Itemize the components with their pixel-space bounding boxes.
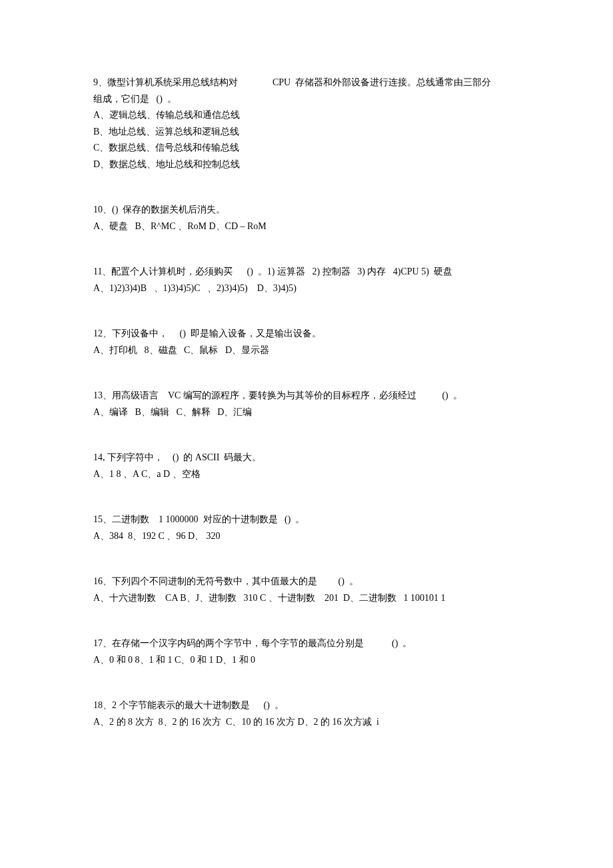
- option-b: B、地址总线、运算总线和逻辑总线: [93, 124, 520, 141]
- stem-part-b: CPU 存储器和外部设备进行连接。总线通常由三部分: [273, 77, 491, 87]
- options-line: A、384 8、192 C 、96 D、 320: [93, 528, 520, 545]
- question-stem-line-2: 组成，它们是 () 。: [93, 91, 520, 108]
- question-stem: 14, 下列字符中， () 的 ASCII 码最大。: [93, 450, 520, 466]
- options-line: A、0 和 0 8、1 和 1 C、0 和 1 D、1 和 0: [93, 652, 520, 669]
- question-stem: 11、配置个人计算机时，必须购买 () 。1) 运算器 2) 控制器 3) 内存…: [93, 264, 520, 280]
- options-line: A、十六进制数 CA B、J、进制数 310 C 、十进制数 201 D、二进制…: [93, 590, 520, 607]
- option-a: A、逻辑总线、传输总线和通信总线: [93, 107, 520, 124]
- options-line: A、1)2)3)4)B 、1)3)4)5)C 、2)3)4)5) D、3)4)5…: [93, 280, 520, 297]
- question-14: 14, 下列字符中， () 的 ASCII 码最大。 A、1 8 、A C、a …: [93, 450, 520, 482]
- question-17: 17、在存储一个汉字内码的两个字节中，每个字节的最高位分别是 () 。 A、0 …: [93, 636, 520, 668]
- options-line: A、2 的 8 次方 8、2 的 16 次方 C、10 的 16 次方 D、2 …: [93, 714, 520, 731]
- option-d: D、数据总线、地址总线和控制总线: [93, 157, 520, 173]
- stem-part-a: 9、微型计算机系统采用总线结构对: [93, 77, 238, 87]
- options-line: A、1 8 、A C、a D 、空格: [93, 466, 520, 483]
- question-18: 18、2 个字节能表示的最大十进制数是 () 。 A、2 的 8 次方 8、2 …: [93, 697, 520, 730]
- question-12: 12、下列设备中， () 即是输入设备，又是输出设备。 A、打印机 8、磁盘 C…: [93, 326, 520, 358]
- question-stem: 13、用高级语言 VC 编写的源程序，要转换为与其等价的目标程序，必须经过 ()…: [93, 388, 520, 404]
- question-stem: 15、二进制数 1 1000000 对应的十进制数是 () 。: [93, 512, 520, 528]
- question-13: 13、用高级语言 VC 编写的源程序，要转换为与其等价的目标程序，必须经过 ()…: [93, 388, 520, 420]
- option-c: C、数据总线、信号总线和传输总线: [93, 140, 520, 157]
- question-11: 11、配置个人计算机时，必须购买 () 。1) 运算器 2) 控制器 3) 内存…: [93, 264, 520, 296]
- question-9: 9、微型计算机系统采用总线结构对CPU 存储器和外部设备进行连接。总线通常由三部…: [93, 75, 520, 173]
- options-line: A、硬盘 B、R^MC 、RoM D、CD – RoM: [93, 218, 520, 235]
- question-stem: 10、() 保存的数据关机后消失。: [93, 202, 520, 218]
- question-10: 10、() 保存的数据关机后消失。 A、硬盘 B、R^MC 、RoM D、CD …: [93, 202, 520, 234]
- question-stem: 18、2 个字节能表示的最大十进制数是 () 。: [93, 697, 520, 714]
- question-16: 16、下列四个不同进制的无符号数中，其中值最大的是 () 。 A、十六进制数 C…: [93, 574, 520, 606]
- question-stem: 12、下列设备中， () 即是输入设备，又是输出设备。: [93, 326, 520, 342]
- options-line: A、编译 B、编辑 C、解释 D、汇编: [93, 404, 520, 421]
- question-15: 15、二进制数 1 1000000 对应的十进制数是 () 。 A、384 8、…: [93, 512, 520, 544]
- question-stem: 17、在存储一个汉字内码的两个字节中，每个字节的最高位分别是 () 。: [93, 636, 520, 652]
- question-stem-line-1: 9、微型计算机系统采用总线结构对CPU 存储器和外部设备进行连接。总线通常由三部…: [93, 75, 520, 91]
- document-page: 9、微型计算机系统采用总线结构对CPU 存储器和外部设备进行连接。总线通常由三部…: [0, 0, 613, 868]
- question-stem: 16、下列四个不同进制的无符号数中，其中值最大的是 () 。: [93, 574, 520, 590]
- options-line: A、打印机 8、磁盘 C、鼠标 D、显示器: [93, 342, 520, 359]
